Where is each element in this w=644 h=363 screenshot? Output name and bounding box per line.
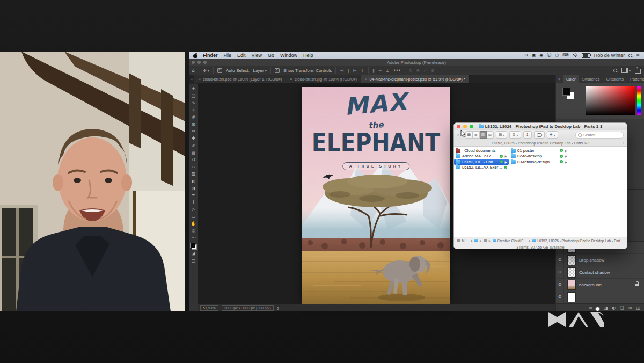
layer-mask-icon[interactable]: ◨ bbox=[604, 306, 608, 310]
menu-item-finder[interactable]: Finder bbox=[203, 53, 218, 58]
menu-item-go[interactable]: Go bbox=[268, 53, 274, 58]
tab-overflow-left-icon[interactable]: « bbox=[189, 77, 194, 82]
control-center-icon[interactable]: ≡ bbox=[636, 53, 640, 57]
brush-tool-icon[interactable]: ✐ bbox=[192, 142, 195, 149]
tab-patterns[interactable]: Patterns bbox=[627, 75, 644, 83]
pen-tool-icon[interactable]: ✒ bbox=[192, 192, 195, 199]
show-transform-checkbox[interactable] bbox=[275, 68, 280, 73]
back-button[interactable]: ‹ bbox=[457, 132, 459, 138]
layer-row[interactable]: ⊙Drop shadow bbox=[556, 254, 644, 266]
layer-name[interactable]: Drop shadow bbox=[579, 258, 644, 263]
finder-file-row[interactable]: 03-refining-design✓▶ bbox=[509, 159, 569, 165]
new-layer-icon[interactable]: ⊞ bbox=[628, 306, 632, 310]
action-menu-button[interactable]: ⚙▾ bbox=[509, 131, 521, 139]
group-by-button[interactable]: ▤▾ bbox=[496, 131, 508, 139]
menu-item-view[interactable]: View bbox=[252, 53, 262, 58]
finder-tab-title[interactable]: L6152, L8026 - Photoshop iPad to Desktop… bbox=[492, 141, 589, 145]
color-saturation-box[interactable] bbox=[586, 86, 635, 115]
move-tool-icon[interactable]: ✛ bbox=[192, 85, 195, 92]
document-tab-cloud-brush-jpg[interactable]: × cloud-brush.jpg @ 100% (RGB/8#) bbox=[286, 75, 361, 83]
marquee-tool-icon[interactable]: ❑ bbox=[192, 92, 195, 99]
finder-file-row[interactable]: L6152, L8...- Parts 1-3✓▶ bbox=[454, 159, 509, 165]
move-tool-preset[interactable]: ✛ ▾ bbox=[203, 68, 209, 73]
align-right-icon[interactable]: ⊢ bbox=[353, 68, 357, 73]
do-not-disturb-icon[interactable]: ⊖ bbox=[524, 53, 528, 57]
auto-select-target-dropdown[interactable]: Layer ▾ bbox=[253, 68, 267, 73]
layer-name[interactable]: Contact shadow bbox=[579, 270, 644, 275]
layer-visibility-icon[interactable]: ⊙ bbox=[556, 291, 564, 303]
column-view-button[interactable]: ▥ bbox=[480, 131, 487, 139]
share-button[interactable]: ↥ bbox=[523, 131, 532, 139]
layer-name[interactable]: background bbox=[579, 282, 632, 287]
type-tool-icon[interactable]: T bbox=[192, 199, 195, 206]
finder-window[interactable]: L6152, L8026 - Photoshop iPad to Desktop… bbox=[453, 122, 627, 249]
layer-thumbnail[interactable] bbox=[567, 267, 576, 278]
shape-tool-icon[interactable]: ▭ bbox=[192, 213, 196, 220]
path-segment[interactable]: Ma… bbox=[457, 239, 470, 243]
finder-file-row[interactable]: _Cloud documents bbox=[454, 148, 509, 154]
zoom-tool-icon[interactable]: ◎ bbox=[192, 227, 195, 234]
workspace-switcher[interactable]: ▾ bbox=[621, 68, 631, 73]
path-segment[interactable] bbox=[474, 239, 478, 242]
finder-file-row[interactable]: 01-poster✓▶ bbox=[509, 148, 569, 154]
history-brush-tool-icon[interactable]: ↺ bbox=[192, 156, 195, 163]
screen-mirroring-icon[interactable]: ▣ bbox=[532, 53, 536, 57]
menu-item-file[interactable]: File bbox=[224, 53, 232, 58]
auto-select-checkbox[interactable] bbox=[217, 68, 222, 73]
ps-search-icon[interactable] bbox=[613, 69, 617, 72]
clone-stamp-tool-icon[interactable]: ▤ bbox=[192, 149, 196, 156]
close-tab-icon[interactable]: × bbox=[198, 77, 201, 82]
align-bottom-icon[interactable]: ⊥ bbox=[386, 68, 390, 73]
distribute-h-icon[interactable]: ≡ bbox=[378, 68, 382, 73]
dropbox-button[interactable]: ❖▾ bbox=[547, 131, 558, 139]
layer-row[interactable]: ⊙ bbox=[556, 291, 644, 303]
home-screen-icon[interactable]: ⌂ bbox=[192, 68, 195, 73]
healing-brush-tool-icon[interactable]: ✚ bbox=[192, 135, 195, 142]
icon-view-button[interactable]: ▦ bbox=[465, 131, 473, 139]
path-select-tool-icon[interactable]: ▷ bbox=[192, 206, 195, 213]
spotlight-search-icon[interactable] bbox=[628, 54, 632, 57]
frame-tool-icon[interactable]: ⊠ bbox=[192, 121, 195, 128]
finder-file-row[interactable]: Adobe MA...617 Animate✓▶ bbox=[454, 154, 509, 159]
link-layers-icon[interactable]: ∞ bbox=[589, 306, 592, 310]
poster-document[interactable]: MAX the ELEPHANT A TRUE STORY bbox=[302, 87, 450, 304]
eraser-tool-icon[interactable]: ▱ bbox=[192, 163, 195, 170]
tab-gradients[interactable]: Gradients bbox=[603, 75, 627, 83]
delete-layer-icon[interactable]: ◫ bbox=[636, 306, 640, 310]
close-tab-icon[interactable]: × bbox=[290, 77, 292, 82]
align-left-icon[interactable]: ⊣ bbox=[340, 68, 343, 73]
layer-visibility-icon[interactable]: ⊙ bbox=[556, 279, 564, 291]
lasso-tool-icon[interactable]: ∿ bbox=[192, 99, 195, 106]
more-align-options-icon[interactable]: ••• bbox=[393, 68, 401, 73]
screen-mode-icon[interactable]: ▢ bbox=[192, 257, 196, 264]
layer-thumbnail[interactable] bbox=[567, 292, 576, 302]
search-input[interactable] bbox=[583, 133, 614, 137]
zoom-level-field[interactable]: 51,93% bbox=[200, 305, 218, 311]
status-chevron-icon[interactable]: ❯ bbox=[277, 306, 280, 310]
blur-tool-icon[interactable]: ◐ bbox=[192, 178, 195, 185]
crop-tool-icon[interactable]: # bbox=[192, 114, 195, 121]
layer-thumbnail[interactable] bbox=[567, 280, 576, 290]
finder-file-row[interactable]: 02-to-desktop✓▶ bbox=[509, 154, 569, 159]
keyboard-icon[interactable]: ⌨ bbox=[562, 53, 569, 57]
menu-item-help[interactable]: Help bbox=[303, 53, 313, 58]
path-segment[interactable] bbox=[484, 239, 487, 242]
close-tab-icon[interactable]: × bbox=[365, 77, 368, 82]
dodge-tool-icon[interactable]: ◑ bbox=[192, 185, 195, 192]
share-image-icon[interactable] bbox=[635, 69, 641, 74]
toolbar-color-swatches[interactable] bbox=[190, 243, 197, 250]
layer-row[interactable]: ⊙Contact shadow bbox=[556, 266, 644, 279]
adjustment-layer-icon[interactable]: ◐ bbox=[612, 306, 616, 310]
distribute-v-icon[interactable]: ∥ bbox=[372, 68, 375, 73]
menu-item-edit[interactable]: Edit bbox=[237, 53, 246, 58]
document-tab-cloud-brush-psd[interactable]: × cloud-brush.psd @ 100% (Layer 1, RGB/8… bbox=[194, 75, 286, 83]
menu-bar-username[interactable]: Rob de Winter bbox=[594, 53, 625, 58]
layer-visibility-icon[interactable]: ⊙ bbox=[556, 266, 564, 278]
eyedropper-tool-icon[interactable]: ✑ bbox=[192, 128, 195, 135]
hand-tool-icon[interactable]: ✋ bbox=[191, 220, 196, 227]
layer-thumbnail[interactable] bbox=[567, 255, 576, 265]
path-segment[interactable]: L6152, L8026 - Photoshop iPad to Desktop… bbox=[532, 239, 624, 243]
finder-search-field[interactable] bbox=[575, 132, 624, 139]
wifi-icon[interactable] bbox=[573, 53, 578, 57]
hue-slider[interactable] bbox=[637, 86, 641, 115]
